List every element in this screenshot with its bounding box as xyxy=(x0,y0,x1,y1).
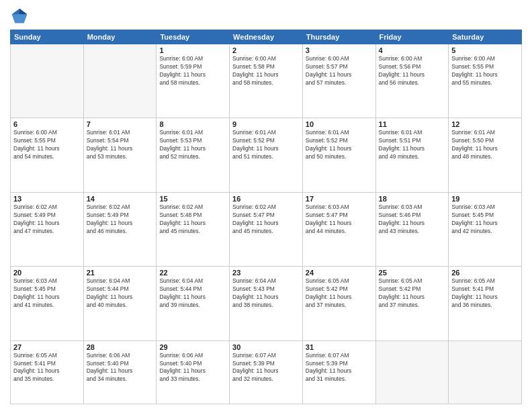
day-number: 31 xyxy=(306,343,373,351)
day-info: Sunrise: 6:00 AM Sunset: 5:55 PM Dayligh… xyxy=(451,55,519,87)
calendar-cell: 4Sunrise: 6:00 AM Sunset: 5:56 PM Daylig… xyxy=(375,44,449,118)
day-number: 8 xyxy=(159,120,226,128)
day-info: Sunrise: 6:01 AM Sunset: 5:51 PM Dayligh… xyxy=(379,129,446,161)
calendar-week-4: 27Sunrise: 6:05 AM Sunset: 5:41 PM Dayli… xyxy=(11,340,522,404)
day-info: Sunrise: 6:05 AM Sunset: 5:41 PM Dayligh… xyxy=(451,277,519,310)
day-info: Sunrise: 6:04 AM Sunset: 5:44 PM Dayligh… xyxy=(159,277,226,310)
header xyxy=(10,7,522,26)
day-number: 17 xyxy=(306,195,373,203)
calendar-cell: 5Sunrise: 6:00 AM Sunset: 5:55 PM Daylig… xyxy=(449,44,522,118)
day-info: Sunrise: 6:01 AM Sunset: 5:50 PM Dayligh… xyxy=(451,129,519,161)
col-header-friday: Friday xyxy=(375,30,449,44)
day-number: 3 xyxy=(306,46,373,54)
calendar-cell: 13Sunrise: 6:02 AM Sunset: 5:49 PM Dayli… xyxy=(11,192,84,266)
day-info: Sunrise: 6:03 AM Sunset: 5:45 PM Dayligh… xyxy=(451,203,519,236)
day-info: Sunrise: 6:04 AM Sunset: 5:43 PM Dayligh… xyxy=(232,277,300,310)
logo-icon xyxy=(10,7,29,26)
day-info: Sunrise: 6:03 AM Sunset: 5:46 PM Dayligh… xyxy=(379,203,446,236)
logo xyxy=(10,7,32,26)
day-info: Sunrise: 6:07 AM Sunset: 5:39 PM Dayligh… xyxy=(306,352,373,384)
day-number: 18 xyxy=(379,195,446,203)
calendar-week-1: 6Sunrise: 6:00 AM Sunset: 5:55 PM Daylig… xyxy=(11,118,522,192)
day-number: 11 xyxy=(379,120,446,128)
day-number: 13 xyxy=(13,195,81,203)
calendar-cell: 27Sunrise: 6:05 AM Sunset: 5:41 PM Dayli… xyxy=(11,340,84,404)
day-info: Sunrise: 6:00 AM Sunset: 5:58 PM Dayligh… xyxy=(232,55,300,87)
day-number: 27 xyxy=(13,343,81,351)
day-number: 14 xyxy=(87,195,154,203)
day-number: 20 xyxy=(13,269,81,277)
calendar-cell: 24Sunrise: 6:05 AM Sunset: 5:42 PM Dayli… xyxy=(302,267,375,340)
day-number: 23 xyxy=(232,269,300,277)
day-number: 28 xyxy=(87,343,154,351)
day-number: 19 xyxy=(451,195,519,203)
day-info: Sunrise: 6:00 AM Sunset: 5:55 PM Dayligh… xyxy=(13,129,81,161)
calendar-cell: 25Sunrise: 6:05 AM Sunset: 5:42 PM Dayli… xyxy=(375,267,449,340)
day-number: 7 xyxy=(87,120,154,128)
day-number: 24 xyxy=(306,269,373,277)
col-header-saturday: Saturday xyxy=(449,30,522,44)
calendar-cell: 31Sunrise: 6:07 AM Sunset: 5:39 PM Dayli… xyxy=(302,340,375,404)
calendar-cell: 15Sunrise: 6:02 AM Sunset: 5:48 PM Dayli… xyxy=(157,192,230,266)
calendar-cell: 18Sunrise: 6:03 AM Sunset: 5:46 PM Dayli… xyxy=(375,192,449,266)
calendar-cell: 29Sunrise: 6:06 AM Sunset: 5:40 PM Dayli… xyxy=(157,340,230,404)
calendar-cell: 19Sunrise: 6:03 AM Sunset: 5:45 PM Dayli… xyxy=(449,192,522,266)
day-number: 6 xyxy=(13,120,81,128)
calendar-cell: 17Sunrise: 6:03 AM Sunset: 5:47 PM Dayli… xyxy=(302,192,375,266)
day-number: 16 xyxy=(232,195,300,203)
day-info: Sunrise: 6:02 AM Sunset: 5:48 PM Dayligh… xyxy=(159,203,226,236)
calendar-cell: 10Sunrise: 6:01 AM Sunset: 5:52 PM Dayli… xyxy=(302,118,375,192)
day-number: 2 xyxy=(232,46,300,54)
calendar-cell: 12Sunrise: 6:01 AM Sunset: 5:50 PM Dayli… xyxy=(449,118,522,192)
day-number: 12 xyxy=(451,120,519,128)
day-info: Sunrise: 6:01 AM Sunset: 5:54 PM Dayligh… xyxy=(87,129,154,161)
col-header-thursday: Thursday xyxy=(302,30,375,44)
col-header-sunday: Sunday xyxy=(11,30,84,44)
calendar-cell: 14Sunrise: 6:02 AM Sunset: 5:49 PM Dayli… xyxy=(83,192,157,266)
calendar-cell: 6Sunrise: 6:00 AM Sunset: 5:55 PM Daylig… xyxy=(11,118,84,192)
day-info: Sunrise: 6:04 AM Sunset: 5:44 PM Dayligh… xyxy=(87,277,154,310)
page: SundayMondayTuesdayWednesdayThursdayFrid… xyxy=(0,0,532,411)
day-number: 9 xyxy=(232,120,300,128)
day-info: Sunrise: 6:05 AM Sunset: 5:42 PM Dayligh… xyxy=(379,277,446,310)
day-number: 30 xyxy=(232,343,300,351)
calendar-cell: 9Sunrise: 6:01 AM Sunset: 5:52 PM Daylig… xyxy=(230,118,303,192)
calendar-cell: 7Sunrise: 6:01 AM Sunset: 5:54 PM Daylig… xyxy=(83,118,157,192)
svg-marker-2 xyxy=(12,14,27,23)
calendar-cell: 22Sunrise: 6:04 AM Sunset: 5:44 PM Dayli… xyxy=(157,267,230,340)
day-info: Sunrise: 6:02 AM Sunset: 5:49 PM Dayligh… xyxy=(13,203,81,236)
day-info: Sunrise: 6:06 AM Sunset: 5:40 PM Dayligh… xyxy=(87,352,154,384)
col-header-wednesday: Wednesday xyxy=(230,30,303,44)
svg-marker-1 xyxy=(19,9,27,14)
day-info: Sunrise: 6:01 AM Sunset: 5:52 PM Dayligh… xyxy=(232,129,300,161)
day-number: 10 xyxy=(306,120,373,128)
col-header-tuesday: Tuesday xyxy=(157,30,230,44)
day-number: 29 xyxy=(159,343,226,351)
calendar-cell: 2Sunrise: 6:00 AM Sunset: 5:58 PM Daylig… xyxy=(230,44,303,118)
day-info: Sunrise: 6:03 AM Sunset: 5:47 PM Dayligh… xyxy=(306,203,373,236)
day-info: Sunrise: 6:01 AM Sunset: 5:53 PM Dayligh… xyxy=(159,129,226,161)
calendar-cell: 23Sunrise: 6:04 AM Sunset: 5:43 PM Dayli… xyxy=(230,267,303,340)
day-info: Sunrise: 6:00 AM Sunset: 5:57 PM Dayligh… xyxy=(306,55,373,87)
day-number: 1 xyxy=(159,46,226,54)
calendar-week-3: 20Sunrise: 6:03 AM Sunset: 5:45 PM Dayli… xyxy=(11,267,522,340)
calendar-cell: 20Sunrise: 6:03 AM Sunset: 5:45 PM Dayli… xyxy=(11,267,84,340)
calendar-cell: 21Sunrise: 6:04 AM Sunset: 5:44 PM Dayli… xyxy=(83,267,157,340)
day-info: Sunrise: 6:02 AM Sunset: 5:47 PM Dayligh… xyxy=(232,203,300,236)
calendar-week-0: 1Sunrise: 6:00 AM Sunset: 5:59 PM Daylig… xyxy=(11,44,522,118)
day-info: Sunrise: 6:05 AM Sunset: 5:42 PM Dayligh… xyxy=(306,277,373,310)
day-number: 5 xyxy=(451,46,519,54)
day-info: Sunrise: 6:05 AM Sunset: 5:41 PM Dayligh… xyxy=(13,352,81,384)
day-number: 4 xyxy=(379,46,446,54)
calendar-cell: 26Sunrise: 6:05 AM Sunset: 5:41 PM Dayli… xyxy=(449,267,522,340)
calendar-cell: 11Sunrise: 6:01 AM Sunset: 5:51 PM Dayli… xyxy=(375,118,449,192)
day-info: Sunrise: 6:01 AM Sunset: 5:52 PM Dayligh… xyxy=(306,129,373,161)
calendar-cell: 8Sunrise: 6:01 AM Sunset: 5:53 PM Daylig… xyxy=(157,118,230,192)
day-number: 15 xyxy=(159,195,226,203)
calendar-cell xyxy=(83,44,157,118)
day-number: 25 xyxy=(379,269,446,277)
calendar-cell xyxy=(449,340,522,404)
day-number: 26 xyxy=(451,269,519,277)
col-header-monday: Monday xyxy=(83,30,157,44)
calendar-cell: 28Sunrise: 6:06 AM Sunset: 5:40 PM Dayli… xyxy=(83,340,157,404)
